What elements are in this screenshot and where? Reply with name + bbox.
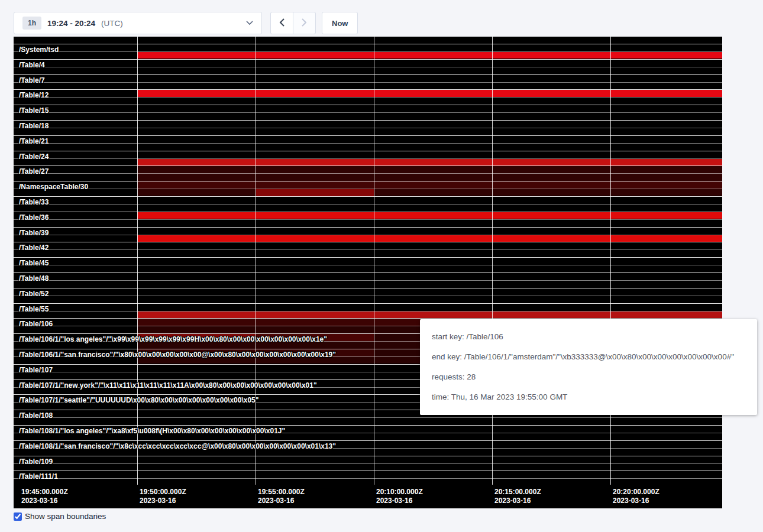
span-boundary-line — [14, 471, 722, 471]
time-range-label: 19:24 - 20:24 — [47, 19, 95, 28]
tick-date: 2023-03-16 — [21, 497, 68, 505]
tooltip-start-key: start key: /Table/106 — [432, 330, 745, 343]
span-boundary-line — [14, 478, 722, 479]
row-label: /Table/52 — [19, 290, 49, 298]
span-boundary-line — [14, 288, 722, 288]
row-label: /Table/107/1/"new york"/"\x11\x11\x11\x1… — [19, 381, 317, 390]
heat-band — [137, 181, 722, 189]
time-nav-group — [270, 12, 316, 34]
tooltip-time: time: Thu, 16 Mar 2023 19:55:00 GMT — [432, 391, 745, 403]
heat-band — [137, 235, 722, 242]
span-boundary-line — [14, 51, 722, 52]
row-label: /Table/42 — [19, 244, 49, 252]
tick-date: 2023-03-16 — [494, 497, 541, 505]
tick-date: 2023-03-16 — [613, 497, 659, 505]
x-axis-tick: 20:15:00.000Z2023-03-16 — [492, 488, 541, 505]
span-boundary-line — [14, 212, 722, 212]
row-label: /NamespaceTable/30 — [19, 183, 88, 191]
row-label: /Table/24 — [19, 153, 49, 161]
span-boundary-line — [14, 59, 722, 60]
x-axis-tick: 19:55:00.000Z2023-03-16 — [256, 488, 305, 505]
key-visualizer-page: { "toolbar": { "duration_badge": "1h", "… — [0, 0, 763, 532]
row-label: /Table/15 — [19, 106, 49, 115]
span-boundary-line — [14, 105, 722, 105]
row-label: /Table/107 — [19, 366, 53, 374]
key-visualizer-canvas[interactable]: /System/tsd/Table/4/Table/7/Table/12/Tab… — [14, 37, 722, 508]
show-span-boundaries-checkbox[interactable] — [14, 512, 22, 521]
x-axis-tick: 19:50:00.000Z2023-03-16 — [137, 488, 186, 505]
now-button[interactable]: Now — [322, 12, 358, 34]
span-boundary-line — [14, 74, 722, 75]
span-boundary-line — [14, 67, 722, 67]
show-span-boundaries-control: Show span boundaries — [14, 512, 106, 521]
span-boundary-line — [14, 173, 722, 174]
span-boundary-line — [14, 151, 722, 151]
span-boundary-line — [14, 196, 722, 197]
heat-band — [137, 90, 722, 97]
timezone-label: (UTC) — [101, 19, 123, 28]
span-boundary-line — [14, 112, 722, 113]
x-axis-tick: 19:45:00.000Z2023-03-16 — [19, 488, 68, 505]
span-boundary-line — [14, 44, 722, 44]
row-label: /Table/106 — [19, 320, 53, 328]
tick-time: 19:55:00.000Z — [258, 488, 305, 497]
heat-band — [256, 189, 374, 196]
chevron-down-icon — [246, 21, 253, 25]
row-label: /Table/7 — [19, 76, 45, 85]
span-boundary-line — [14, 242, 722, 242]
span-boundary-line — [14, 89, 722, 90]
tick-date: 2023-03-16 — [376, 497, 423, 505]
x-axis-tick: 20:20:00.000Z2023-03-16 — [610, 488, 659, 505]
row-label: /Table/21 — [19, 137, 49, 145]
row-label: /Table/36 — [19, 213, 49, 222]
span-boundary-line — [14, 135, 722, 136]
tick-time: 20:10:00.000Z — [376, 488, 423, 497]
x-axis-tick: 20:10:00.000Z2023-03-16 — [374, 488, 423, 505]
span-boundary-line — [14, 463, 722, 464]
time-gridline — [610, 37, 611, 485]
chevron-right-icon — [302, 18, 307, 28]
row-label: /Table/111/1 — [19, 472, 58, 481]
next-range-button[interactable] — [293, 12, 316, 34]
span-boundary-line — [14, 257, 722, 258]
span-boundary-line — [14, 219, 722, 220]
prev-range-button[interactable] — [270, 12, 293, 34]
tick-time: 20:15:00.000Z — [494, 488, 541, 497]
heat-band — [137, 52, 722, 59]
span-boundary-line — [14, 440, 722, 441]
heat-band — [137, 312, 722, 319]
toolbar: 1h 19:24 - 20:24 (UTC) Now — [14, 12, 358, 34]
span-boundary-line — [14, 249, 722, 250]
span-boundary-line — [14, 227, 722, 228]
row-label: /Table/108/1/"los angeles"/"\xa8\xf5\u00… — [19, 427, 285, 435]
row-label: /Table/107/1/"seattle"/"UUUUUUD\x00\x80\… — [19, 396, 258, 404]
time-range-picker[interactable]: 1h 19:24 - 20:24 (UTC) — [14, 12, 262, 34]
span-boundary-line — [14, 265, 722, 265]
tick-time: 19:50:00.000Z — [140, 488, 186, 497]
tick-time: 20:20:00.000Z — [613, 488, 659, 497]
span-boundary-line — [14, 82, 722, 83]
row-label: /Table/33 — [19, 198, 49, 206]
span-boundary-line — [14, 456, 722, 456]
span-boundary-line — [14, 158, 722, 159]
span-boundary-line — [14, 120, 722, 121]
span-boundary-line — [14, 311, 722, 312]
duration-badge: 1h — [22, 17, 41, 30]
span-boundary-line — [14, 235, 722, 235]
row-label: /Table/48 — [19, 274, 49, 283]
span-boundary-line — [14, 417, 722, 418]
span-boundary-line — [14, 166, 722, 166]
row-label: /Table/18 — [19, 122, 49, 130]
row-label: /Table/106/1/"san francisco"/"\x80\x00\x… — [19, 351, 336, 359]
span-boundary-line — [14, 425, 722, 426]
tick-date: 2023-03-16 — [140, 497, 186, 505]
span-boundary-line — [14, 189, 722, 189]
tick-time: 19:45:00.000Z — [21, 488, 68, 497]
heat-band — [137, 159, 722, 166]
span-boundary-line — [14, 303, 722, 304]
row-label: /Table/12 — [19, 91, 49, 99]
row-label: /Table/109 — [19, 458, 53, 466]
span-boundary-line — [14, 296, 722, 296]
span-boundary-line — [14, 273, 722, 273]
time-gridline — [256, 37, 256, 485]
